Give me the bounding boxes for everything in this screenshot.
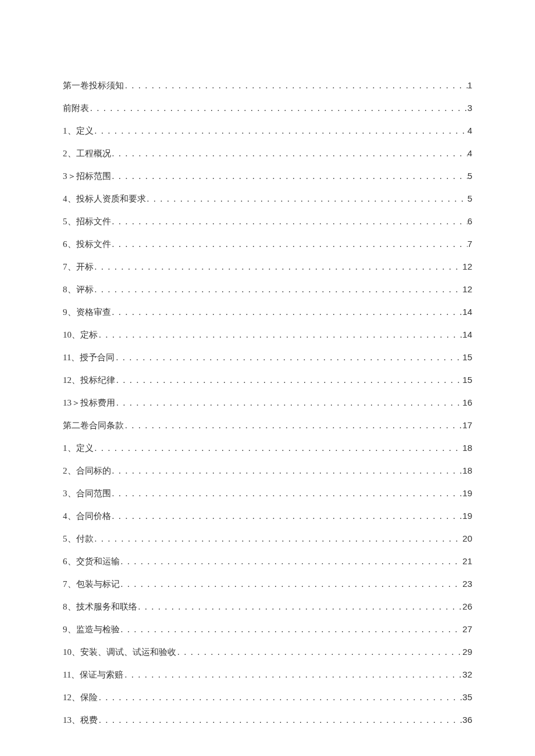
toc-leader-dots bbox=[120, 557, 463, 567]
toc-label: 11、授予合同 bbox=[63, 352, 115, 363]
toc-leader-dots bbox=[94, 534, 463, 544]
toc-page-number: 5 bbox=[468, 194, 472, 203]
toc-label: 4、合同价格 bbox=[63, 511, 111, 522]
toc-page-number: 12 bbox=[462, 284, 472, 294]
toc-page-number: 6 bbox=[468, 216, 472, 226]
toc-entry: 8、评标12 bbox=[63, 284, 472, 295]
toc-page-number: 20 bbox=[462, 533, 472, 543]
toc-entry: 11、授予合同15 bbox=[63, 352, 472, 363]
toc-label: 6、交货和运输 bbox=[63, 556, 120, 567]
toc-entry: 3、合同范围19 bbox=[63, 488, 472, 499]
toc-leader-dots bbox=[124, 421, 462, 431]
toc-leader-dots bbox=[94, 126, 468, 136]
toc-page-number: 27 bbox=[462, 624, 472, 634]
toc-label: 12、保险 bbox=[63, 692, 98, 703]
toc-label: 第一卷投标须知 bbox=[63, 80, 124, 91]
toc-page-number: 4 bbox=[468, 126, 472, 135]
toc-page-number: 36 bbox=[462, 715, 472, 725]
toc-page-number: 35 bbox=[462, 692, 472, 702]
toc-page-number: 21 bbox=[462, 556, 472, 566]
toc-entry: 1、定义4 bbox=[63, 126, 472, 137]
toc-leader-dots bbox=[176, 647, 462, 657]
toc-page-number: 14 bbox=[462, 307, 472, 317]
toc-leader-dots bbox=[89, 103, 468, 113]
toc-leader-dots bbox=[146, 194, 468, 204]
toc-label: 8、技术服务和联络 bbox=[63, 601, 137, 612]
toc-entry: 7、包装与标记23 bbox=[63, 579, 472, 590]
toc-leader-dots bbox=[115, 353, 462, 363]
toc-entry: 1、定义18 bbox=[63, 443, 472, 454]
toc-entry: 2、合同标的18 bbox=[63, 465, 472, 476]
toc-leader-dots bbox=[137, 602, 463, 612]
toc-leader-dots bbox=[111, 511, 463, 521]
toc-entry: 13、税费36 bbox=[63, 715, 472, 726]
toc-page-number: 26 bbox=[462, 601, 472, 611]
toc-entry: 3＞招标范围5 bbox=[63, 171, 472, 182]
toc-label: 1、定义 bbox=[63, 443, 94, 454]
toc-label: 第二卷合同条款 bbox=[63, 420, 124, 431]
toc-label: 9、资格审查 bbox=[63, 307, 111, 318]
toc-leader-dots bbox=[115, 375, 462, 385]
toc-label: 12、投标纪律 bbox=[63, 375, 115, 386]
toc-page-number: 18 bbox=[462, 443, 472, 453]
toc-leader-dots bbox=[115, 398, 462, 408]
toc-page-number: 5 bbox=[468, 171, 472, 181]
toc-leader-dots bbox=[98, 330, 462, 340]
toc-entry: 7、开标12 bbox=[63, 261, 472, 273]
toc-leader-dots bbox=[120, 625, 463, 635]
toc-page-number: 29 bbox=[462, 647, 472, 657]
toc-entry: 第一卷投标须知1 bbox=[63, 80, 472, 91]
toc-label: 13＞投标费用 bbox=[63, 397, 115, 409]
toc-label: 10、定标 bbox=[63, 329, 98, 341]
toc-page-number: 23 bbox=[462, 579, 472, 589]
toc-label: 前附表 bbox=[63, 103, 89, 114]
toc-entry: 12、投标纪律15 bbox=[63, 375, 472, 386]
toc-entry: 12、保险35 bbox=[63, 692, 472, 703]
toc-page-number: 18 bbox=[462, 465, 472, 475]
toc-entry: 9、资格审查14 bbox=[63, 307, 472, 318]
toc-leader-dots bbox=[111, 307, 463, 317]
toc-page-number: 12 bbox=[462, 261, 472, 271]
toc-entry: 4、投标人资质和要求5 bbox=[63, 194, 472, 205]
toc-leader-dots bbox=[98, 715, 462, 725]
toc-label: 6、投标文件 bbox=[63, 239, 111, 250]
toc-entry: 6、交货和运输21 bbox=[63, 556, 472, 567]
toc-leader-dots bbox=[111, 489, 463, 499]
toc-leader-dots bbox=[94, 443, 463, 453]
toc-label: 2、合同标的 bbox=[63, 465, 111, 476]
toc-page-number: 14 bbox=[462, 329, 472, 339]
toc-label: 4、投标人资质和要求 bbox=[63, 194, 146, 205]
toc-leader-dots bbox=[123, 670, 462, 680]
toc-label: 8、评标 bbox=[63, 284, 94, 295]
toc-label: 7、开标 bbox=[63, 261, 94, 273]
toc-entry: 10、安装、调试、试运和验收29 bbox=[63, 647, 472, 658]
toc-label: 11、保证与索赔 bbox=[63, 669, 123, 680]
toc-leader-dots bbox=[98, 693, 462, 703]
toc-label: 2、工程概况 bbox=[63, 148, 111, 159]
toc-label: 1、定义 bbox=[63, 126, 94, 137]
toc-page-number: 3 bbox=[468, 103, 472, 113]
toc-label: 13、税费 bbox=[63, 715, 98, 726]
toc-leader-dots bbox=[111, 239, 468, 249]
toc-page-number: 7 bbox=[468, 239, 472, 249]
toc-page-number: 15 bbox=[462, 375, 472, 385]
toc-entry: 5、招标文件6 bbox=[63, 216, 472, 227]
toc-entry: 2、工程概况4 bbox=[63, 148, 472, 159]
toc-leader-dots bbox=[111, 149, 468, 159]
toc-leader-dots bbox=[120, 579, 463, 589]
toc-leader-dots bbox=[111, 217, 468, 227]
toc-page-number: 17 bbox=[462, 420, 472, 430]
toc-entry: 前附表3 bbox=[63, 103, 472, 114]
toc-entry: 8、技术服务和联络26 bbox=[63, 601, 472, 612]
toc-leader-dots bbox=[111, 466, 463, 476]
toc-leader-dots bbox=[124, 81, 468, 91]
toc-label: 9、监造与检验 bbox=[63, 624, 120, 635]
toc-page-number: 19 bbox=[462, 511, 472, 521]
toc-entry: 10、定标14 bbox=[63, 329, 472, 341]
toc-label: 10、安装、调试、试运和验收 bbox=[63, 647, 176, 658]
toc-entry: 9、监造与检验27 bbox=[63, 624, 472, 635]
toc-page-number: 16 bbox=[462, 397, 472, 407]
toc-entry: 11、保证与索赔32 bbox=[63, 669, 472, 680]
toc-entry: 第二卷合同条款17 bbox=[63, 420, 472, 431]
toc-page-number: 32 bbox=[462, 669, 472, 679]
